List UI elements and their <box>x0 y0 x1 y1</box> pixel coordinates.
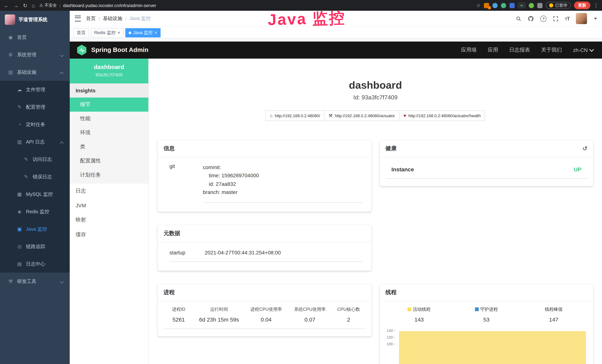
browser-menu-icon[interactable]: ⋮ <box>594 3 599 8</box>
tab-redis-monitor[interactable]: Redis 监控 × <box>91 28 123 37</box>
sidebar-item-file-management[interactable]: ☁ 文件管理 <box>0 81 70 98</box>
sba-sidebar: dashboard 93a3fc7f7409 Insights 细节 性能 环境… <box>70 59 149 364</box>
sidebar-item-dev-tools[interactable]: ⚒ 研发工具 <box>0 273 70 290</box>
tags-view: 首页 Redis 监控 × Java 监控 × <box>70 26 602 39</box>
active-tab-dot <box>129 31 131 34</box>
sidebar-item-error-logs[interactable]: ✎ 错误日志 <box>0 168 70 185</box>
sidebar-item-access-logs[interactable]: ✎ 访问日志 <box>0 150 70 168</box>
service-url-link[interactable]: ⌂ http://192.168.0.2:48080/ <box>265 110 324 121</box>
sba-logo-icon <box>76 45 87 55</box>
y-axis-tick: 120 <box>386 335 395 339</box>
sba-item-environment[interactable]: 环境 <box>70 126 148 140</box>
sidebar-item-config-management[interactable]: ✎ 配置管理 <box>0 98 70 116</box>
sba-item-logs[interactable]: 日志 <box>70 183 148 198</box>
sba-item-scheduled-tasks[interactable]: 计划任务 <box>70 168 148 182</box>
help-icon[interactable]: ? <box>540 15 547 22</box>
sba-item-jvm[interactable]: JVM <box>70 198 148 213</box>
paused-badge[interactable]: 已暂停 <box>546 2 571 9</box>
locale-select[interactable]: zh-CN <box>573 47 593 53</box>
browser-forward-icon[interactable]: → <box>13 2 19 8</box>
document-icon: ✎ <box>23 157 29 162</box>
legend-value: 53 <box>453 316 520 322</box>
not-secure-warning[interactable]: ⚠ 不安全 <box>39 3 57 8</box>
fullscreen-icon[interactable] <box>553 16 559 21</box>
card-title: 元数据 <box>163 230 180 237</box>
process-header: 运行时间 <box>194 306 244 312</box>
puzzle-extension-icon[interactable] <box>537 3 542 8</box>
search-icon[interactable] <box>516 16 522 21</box>
card-title: 线程 <box>386 289 397 296</box>
threads-chart: 140 120 100 <box>386 328 587 364</box>
sba-item-classes[interactable]: 类 <box>70 140 148 154</box>
sba-nav-about[interactable]: 关于我们 <box>541 47 562 54</box>
sidebar-item-infrastructure[interactable]: ▤ 基础设施 <box>0 64 70 81</box>
clock-icon: ◔ <box>16 122 23 127</box>
sba-brand[interactable]: Spring Boot Admin <box>76 45 149 55</box>
sidebar-item-link-tracing[interactable]: ◎ 链路追踪 <box>0 238 70 255</box>
sidebar-item-label: 系统管理 <box>17 51 36 58</box>
redis-icon: ◈ <box>16 209 23 214</box>
avatar-caret-icon[interactable] <box>594 18 597 20</box>
health-card: 健康 ↺ Instance UP <box>379 140 593 186</box>
sba-nav-journal[interactable]: 日志报表 <box>509 47 530 54</box>
git-time-line: time: 1596289704000 <box>203 171 363 180</box>
process-table: 进程ID 运行时间 进程CPU使用率 系统CPU使用率 CPU核心数 5261 … <box>163 306 366 329</box>
browser-back-icon[interactable]: ← <box>4 2 9 8</box>
breadcrumb-infrastructure[interactable]: 基础设施 <box>103 15 122 22</box>
breadcrumb-home[interactable]: 首页 <box>86 15 96 22</box>
address-bar[interactable]: ⚠ 不安全 | dashboard.yudao.iocoder.cn/infra… <box>39 3 156 8</box>
sidebar-item-api-logs[interactable]: ▥ API 日志 <box>0 133 70 150</box>
instance-header: dashboard 93a3fc7f7409 <box>70 59 148 84</box>
close-icon[interactable]: × <box>154 30 157 35</box>
sidebar-item-mysql-monitor[interactable]: ▦ MySQL 监控 <box>0 185 70 203</box>
sidebar-item-system-management[interactable]: ⚙ 系统管理 <box>0 46 70 64</box>
sba-nav-applications[interactable]: 应用 <box>488 47 498 54</box>
fox-extension-icon[interactable]: 1 <box>484 3 489 8</box>
drop-extension-icon[interactable] <box>493 3 498 8</box>
sidebar-item-home[interactable]: ◉ 首页 <box>0 29 70 46</box>
sidebar-item-scheduled-tasks[interactable]: ◔ 定时任务 <box>0 116 70 133</box>
sidebar-item-java-monitor[interactable]: ▣ Java 监控 <box>0 220 70 238</box>
process-card: 进程 进程ID 运行时间 进程CPU使用率 系统CPU使用率 <box>158 284 371 336</box>
topbar-actions: ? TT <box>516 13 597 24</box>
link-url: http://192.168.0.2:48080/actuator <box>335 114 395 118</box>
card-title: 进程 <box>163 289 175 296</box>
card-title: 健康 <box>386 145 397 152</box>
browser-home-icon[interactable]: ⌂ <box>32 2 35 8</box>
tab-home[interactable]: 首页 <box>74 28 89 37</box>
bookmark-star-icon[interactable]: ☆ <box>476 3 481 8</box>
sba-item-metrics[interactable]: 性能 <box>70 112 148 126</box>
sidebar-toggle-icon[interactable] <box>75 16 81 21</box>
health-url-link[interactable]: ♥ http://192.168.0.2:48080/actuator/heal… <box>399 110 485 121</box>
sba-item-caches[interactable]: 缓存 <box>70 227 148 242</box>
sba-section-insights: Insights <box>70 84 148 97</box>
tab-java-monitor[interactable]: Java 监控 × <box>125 28 160 37</box>
close-icon[interactable]: × <box>118 30 120 35</box>
sba-item-mappings[interactable]: 映射 <box>70 213 148 227</box>
sba-item-config-props[interactable]: 配置属性 <box>70 154 148 168</box>
user-avatar[interactable] <box>576 13 587 24</box>
sba-navbar: Spring Boot Admin 应用墙 应用 日志报表 关于我们 zh-CN <box>70 42 602 59</box>
actuator-url-link[interactable]: ⚒ http://192.168.0.2:48080/actuator <box>324 110 399 121</box>
sidebar-item-redis-monitor[interactable]: ◈ Redis 监控 <box>0 203 70 220</box>
history-icon[interactable]: ↺ <box>582 146 587 151</box>
sba-item-details[interactable]: 细节 <box>70 97 148 112</box>
spring-boot-admin-frame: Spring Boot Admin 应用墙 应用 日志报表 关于我们 zh-CN <box>70 39 602 364</box>
github-icon[interactable] <box>528 15 534 22</box>
tab-label: Java 监控 <box>133 30 153 36</box>
health-row: Instance UP <box>386 163 587 179</box>
grid-extension-icon[interactable] <box>509 3 515 8</box>
switch-extension-icon[interactable]: on <box>518 3 526 8</box>
process-header: CPU核心数 <box>332 306 366 312</box>
font-size-icon[interactable]: TT <box>565 16 570 21</box>
leaf-extension-icon[interactable] <box>529 3 534 8</box>
sidebar-item-label: 链路追踪 <box>26 243 45 250</box>
browser-reload-icon[interactable]: ↻ <box>23 2 27 8</box>
sidebar-item-label: API 日志 <box>26 139 45 145</box>
sidebar-item-label: 访问日志 <box>33 156 52 163</box>
sidebar-item-log-center[interactable]: ▤ 日志中心 <box>0 255 70 273</box>
sba-nav-wallboard[interactable]: 应用墙 <box>461 47 477 54</box>
vue-devtools-icon[interactable] <box>501 3 506 8</box>
tab-label: 首页 <box>77 30 86 36</box>
update-button[interactable]: 更新 <box>574 1 590 9</box>
